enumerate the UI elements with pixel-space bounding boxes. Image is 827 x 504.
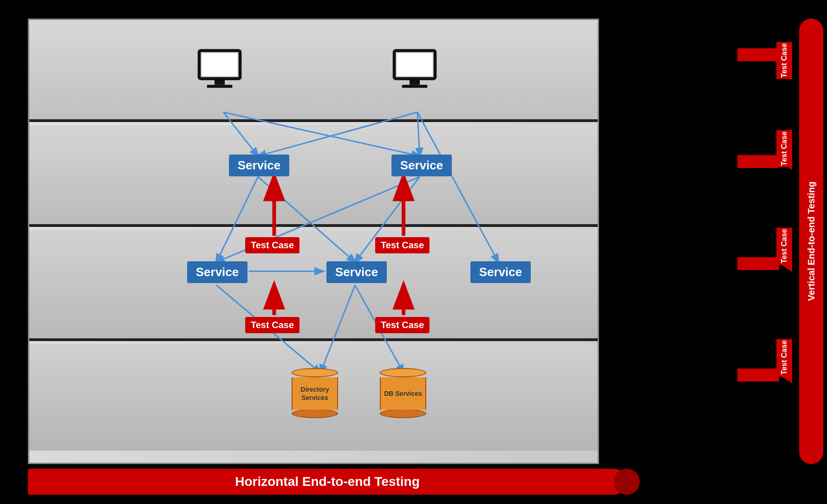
monitor-2 [389, 45, 440, 98]
test-case-box-4: Test Case [375, 317, 430, 333]
horizontal-bar-label: Horizontal End-to-end Testing [235, 474, 420, 489]
horizontal-bar-cap [614, 469, 640, 495]
db-services-db: DB Services [380, 368, 426, 418]
cylinder-top-2 [380, 368, 426, 377]
vertical-bar: Vertical End-to-end Testing [799, 19, 823, 464]
right-tc-label-1: Test Case [776, 42, 792, 79]
svg-rect-22 [397, 53, 433, 77]
cylinder-bottom-2 [380, 409, 426, 418]
right-tc-label-2: Test Case [776, 130, 792, 167]
cylinder-bottom-1 [292, 409, 338, 418]
test-case-box-2: Test Case [375, 237, 430, 253]
diagram-area: Service Service Service Service Service … [28, 19, 599, 464]
layer-service2 [29, 230, 598, 341]
right-tc-label-4: Test Case [776, 339, 792, 376]
svg-rect-23 [410, 79, 420, 85]
directory-services-db: Directory Services [292, 368, 338, 418]
monitor-icon-1 [194, 45, 245, 97]
layer-client [29, 20, 598, 122]
db-services-label: DB Services [383, 389, 423, 398]
service-box-5: Service [470, 261, 531, 283]
monitor-1 [194, 45, 245, 98]
right-tc-label-3: Test Case [776, 227, 792, 265]
svg-rect-18 [202, 53, 238, 77]
main-container: Service Service Service Service Service … [0, 0, 827, 504]
svg-rect-19 [215, 79, 225, 85]
test-case-box-1: Test Case [245, 237, 300, 253]
vertical-bar-label: Vertical End-to-end Testing [806, 181, 817, 301]
service-box-3: Service [187, 261, 247, 283]
layer-service1 [29, 125, 598, 227]
monitor-icon-2 [389, 45, 440, 97]
service-box-2: Service [391, 155, 452, 176]
test-case-box-3: Test Case [245, 317, 300, 333]
directory-services-label: Directory Services [293, 384, 337, 403]
service-box-4: Service [326, 261, 387, 283]
cylinder-body-2: DB Services [380, 377, 426, 410]
cylinder-body-1: Directory Services [292, 377, 338, 410]
service-box-1: Service [229, 155, 289, 176]
svg-rect-20 [207, 85, 233, 88]
cylinder-top-1 [292, 368, 338, 377]
horizontal-bar: Horizontal End-to-end Testing [28, 469, 627, 495]
svg-rect-24 [402, 85, 428, 88]
